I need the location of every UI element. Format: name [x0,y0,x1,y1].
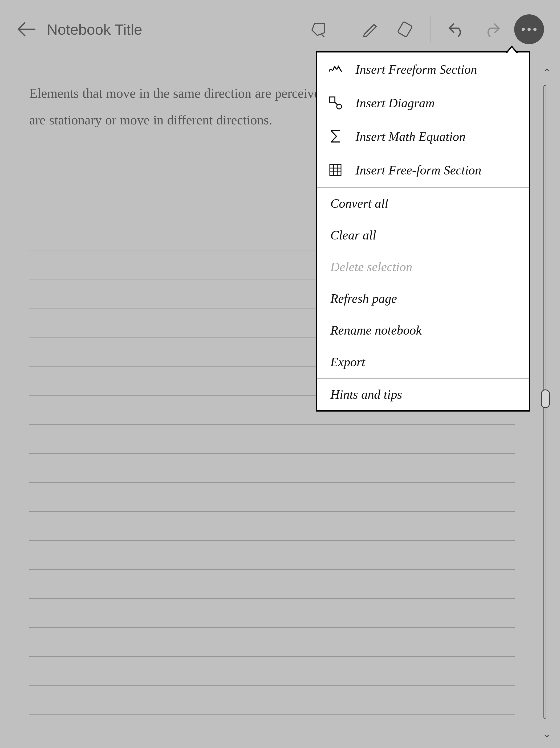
menu-export[interactable]: Export [317,346,529,378]
back-button[interactable] [13,17,39,42]
menu-item-label: Refresh page [330,291,397,306]
menu-rename-notebook[interactable]: Rename notebook [317,314,529,346]
menu-clear-all[interactable]: Clear all [317,219,529,251]
svg-rect-1 [330,97,335,102]
more-menu-button[interactable] [514,15,544,44]
menu-item-label: Insert Freeform Section [355,62,477,77]
grid-icon [328,162,343,178]
eraser-tool-icon[interactable] [392,17,418,42]
menu-item-label: Rename notebook [330,323,422,337]
menu-item-label: Hints and tips [330,387,402,402]
menu-insert-diagram[interactable]: Insert Diagram [317,86,529,120]
menu-item-label: Convert all [330,196,388,211]
menu-convert-all[interactable]: Convert all [317,188,529,219]
pen-tool-icon[interactable] [357,17,382,42]
menu-item-label: Insert Math Equation [355,129,465,144]
menu-item-label: Insert Diagram [355,96,435,110]
menu-insert-math[interactable]: Insert Math Equation [317,120,529,153]
undo-icon[interactable] [444,17,469,42]
scrollbar-thumb[interactable] [541,390,550,408]
menu-item-label: Export [330,354,365,369]
menu-hints-tips[interactable]: Hints and tips [317,378,529,410]
diagram-icon [328,95,343,111]
menu-item-label: Insert Free-form Section [355,163,482,178]
toolbar-separator [344,16,344,43]
menu-refresh-page[interactable]: Refresh page [317,283,529,314]
svg-point-2 [337,104,342,109]
menu-insert-freeform2[interactable]: Insert Free-form Section [317,153,529,187]
svg-rect-0 [397,22,413,37]
more-menu-dropdown: Insert Freeform Section Insert Diagram I… [316,51,530,412]
scribble-icon [328,62,343,77]
tool-group [305,15,544,44]
svg-rect-3 [330,164,341,176]
scroll-up-icon[interactable]: ⌃ [542,67,552,79]
scrollbar-track[interactable] [543,85,546,719]
scroll-down-icon[interactable]: ⌄ [542,727,552,740]
top-toolbar: Notebook Title [0,0,560,59]
menu-item-label: Delete selection [330,259,413,274]
menu-item-label: Clear all [330,228,376,242]
shape-tool-icon[interactable] [305,17,331,42]
menu-insert-freeform[interactable]: Insert Freeform Section [317,52,529,86]
sigma-icon [328,128,343,144]
notebook-title: Notebook Title [47,21,142,38]
redo-icon[interactable] [479,17,505,42]
back-area: Notebook Title [13,17,305,42]
menu-delete-selection: Delete selection [317,251,529,283]
toolbar-separator [430,16,431,43]
